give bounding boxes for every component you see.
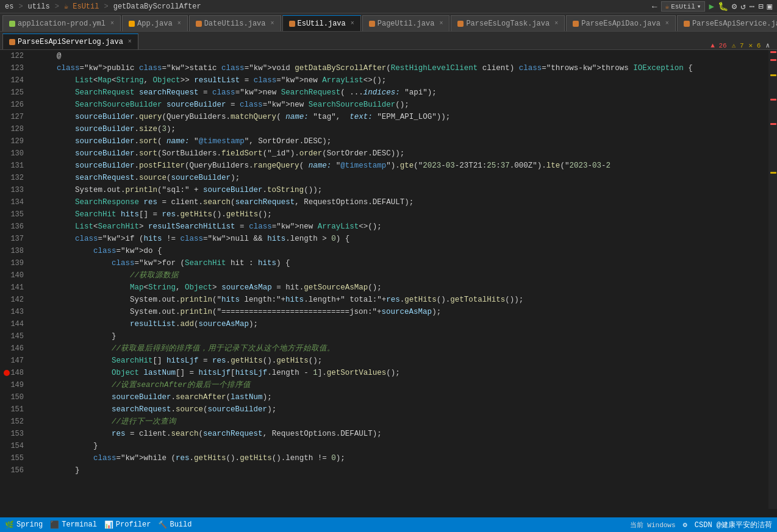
gutter-line-128: 128 <box>0 123 29 135</box>
tab-parseesapidao[interactable]: ParseEsApiDao.java × <box>566 15 676 31</box>
code-content-area[interactable]: @ class="kw">public class="kw">static cl… <box>34 50 768 509</box>
code-line-145: } <box>36 330 768 342</box>
refresh-icon[interactable]: ↺ <box>740 1 745 12</box>
code-line-125: SearchRequest searchRequest = class="kw"… <box>36 87 768 99</box>
right-brand-text: CSDN @健康平安的洁荷 <box>695 520 772 530</box>
gutter-line-138: 138 <box>0 245 29 257</box>
error-marker-1 <box>770 51 776 53</box>
nav-method[interactable]: getDataByScrollAfter <box>113 2 201 11</box>
close-tab-parseesapidao[interactable]: × <box>665 20 669 27</box>
tab-icon-parseesapiservice <box>684 21 690 27</box>
tab-application-prod[interactable]: application-prod.yml × <box>2 15 121 31</box>
coverage-icon[interactable]: ⚙ <box>732 1 737 12</box>
close-tab-parseeslogtask[interactable]: × <box>554 20 558 27</box>
code-line-146: //获取最后得到的排序值，用于记录下次从这个地方开始取值。 <box>36 342 768 355</box>
current-windows-label: 当前 Windows <box>630 520 676 530</box>
warning-marker-1 <box>770 74 776 76</box>
gutter-line-146: 146 <box>0 342 29 355</box>
tab-icon-parseesapidao <box>573 21 579 27</box>
error-marker-2 <box>770 59 776 61</box>
tab-parseesapiserverlog[interactable]: ParseEsApiServerLog.java × <box>2 34 138 49</box>
gutter-line-143: 143 <box>0 306 29 318</box>
gutter-line-142: 142 <box>0 294 29 306</box>
code-line-126: SearchSourceBuilder sourceBuilder = clas… <box>36 99 768 111</box>
code-editor-area: 1221231241251261271281291301311321331341… <box>0 50 777 509</box>
gutter-line-134: 134 <box>0 196 29 208</box>
gutter-line-141: 141 <box>0 282 29 294</box>
status-profiler[interactable]: 📊 Profiler <box>104 520 151 530</box>
warning-count: ⚠ 7 <box>732 41 744 49</box>
gutter-line-126: 126 <box>0 99 29 111</box>
code-line-142: System.out.println("hits length:"+hits.l… <box>36 294 768 306</box>
tab-parseesapiservice[interactable]: ParseEsApiService.java × <box>677 15 777 31</box>
layout-icon[interactable]: ▣ <box>767 1 772 12</box>
status-spring[interactable]: 🌿 Spring <box>5 520 43 530</box>
code-line-129: sourceBuilder.sort( name: "@timestamp", … <box>36 135 768 147</box>
tab-icon-esutil <box>289 21 295 27</box>
status-bar: 🌿 Spring ⬛ Terminal 📊 Profiler 🔨 Build 当… <box>0 517 777 532</box>
gutter-line-129: 129 <box>0 135 29 147</box>
status-terminal[interactable]: ⬛ Terminal <box>50 520 97 530</box>
code-line-151: searchRequest.source(sourceBuilder); <box>36 403 768 416</box>
error-marker-3 <box>770 99 776 101</box>
esutil-dropdown[interactable]: ☕ EsUtil ▾ <box>661 1 706 12</box>
status-build[interactable]: 🔨 Build <box>158 520 192 530</box>
code-line-128: sourceBuilder.size(3); <box>36 123 768 135</box>
nav-utils[interactable]: utils <box>28 2 50 11</box>
code-line-150: sourceBuilder.searchAfter(lastNum); <box>36 391 768 403</box>
tab-icon-parseesapiserverlog <box>9 39 15 45</box>
gutter-line-153: 153 <box>0 428 29 440</box>
code-line-124: List<Map<String, Object>> resultList = c… <box>36 74 768 87</box>
profiler-icon: 📊 <box>104 520 113 530</box>
close-tab-app-java[interactable]: × <box>177 20 181 27</box>
expand-icon[interactable]: ∧ <box>765 41 770 49</box>
tab-parseeslogtask[interactable]: ParseEsLogTask.java × <box>451 15 565 31</box>
tab-pageutil[interactable]: PageUtil.java × <box>362 15 450 31</box>
code-line-153: res = client.search(searchRequest, Reque… <box>36 428 768 440</box>
nav-separator-2: > <box>55 2 59 11</box>
gutter-line-123: 123 <box>0 62 29 74</box>
build-icon: 🔨 <box>158 520 167 530</box>
debug-icon[interactable]: 🐛 <box>718 1 728 12</box>
tab-app-java[interactable]: App.java × <box>122 15 188 31</box>
gutter-line-137: 137 <box>0 233 29 245</box>
close-tab-esutil[interactable]: × <box>351 20 354 27</box>
code-line-134: SearchResponse res = client.search(searc… <box>36 196 768 208</box>
code-line-133: System.out.println("sql:" + sourceBuilde… <box>36 184 768 196</box>
terminal-icon: ⬛ <box>50 520 59 530</box>
gutter-line-124: 124 <box>0 74 29 87</box>
error-marker-4 <box>770 123 776 125</box>
minimap-scrollbar[interactable] <box>768 50 777 509</box>
close-tab-dateutils[interactable]: × <box>271 20 274 27</box>
gutter-line-155: 155 <box>0 452 29 464</box>
tab-icon-app-java <box>129 21 135 27</box>
gutter-line-125: 125 <box>0 87 29 99</box>
toolbar-icons: ← ☕ EsUtil ▾ ▶ 🐛 ⚙ ↺ ⋯ ⊟ ▣ <box>652 1 772 12</box>
gutter-line-147: 147 <box>0 355 29 367</box>
status-right: 当前 Windows ⚙ CSDN @健康平安的洁荷 <box>630 520 772 530</box>
gutter-line-136: 136 <box>0 221 29 233</box>
code-line-137: class="kw">if (hits != class="kw">null &… <box>36 233 768 245</box>
nav-esutil[interactable]: ☕ EsUtil <box>64 2 99 11</box>
tab-esutil[interactable]: EsUtil.java × <box>282 15 361 31</box>
gutter-line-140: 140 <box>0 269 29 282</box>
code-line-155: class="kw">while (res.getHits().getHits(… <box>36 452 768 464</box>
esutil-file-icon: ☕ <box>64 2 68 11</box>
tab-bar-row1: application-prod.yml × App.java × DateUt… <box>0 13 777 32</box>
run-icon[interactable]: ▶ <box>709 1 714 12</box>
back-icon[interactable]: ← <box>652 2 657 12</box>
settings-icon[interactable]: ⚙ <box>683 520 687 530</box>
gutter-line-156: 156 <box>0 464 29 477</box>
nav-es[interactable]: es <box>5 2 13 11</box>
code-line-140: //获取源数据 <box>36 269 768 282</box>
code-line-136: List<SearchHit> resultSearchHitList = cl… <box>36 221 768 233</box>
menu-icon[interactable]: ⋯ <box>750 1 754 12</box>
close-tab-application-prod[interactable]: × <box>110 20 114 27</box>
gutter-line-139: 139 <box>0 257 29 269</box>
tab-dateutils[interactable]: DateUtils.java × <box>189 15 281 31</box>
code-line-144: resultList.add(sourceAsMap); <box>36 318 768 330</box>
close-tab-pageutil[interactable]: × <box>439 20 443 27</box>
nav-separator-1: > <box>18 2 23 11</box>
close-tab-parseesapiserverlog[interactable]: × <box>128 38 132 45</box>
split-icon[interactable]: ⊟ <box>758 1 763 12</box>
